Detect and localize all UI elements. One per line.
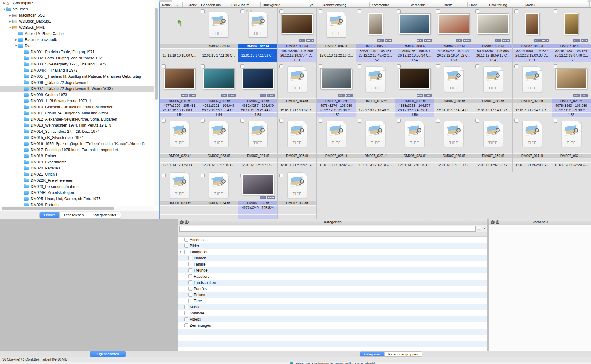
checkbox[interactable] [514, 9, 518, 13]
category-checkbox[interactable] [188, 287, 192, 291]
file-cell[interactable]: TIFFDM007_032.tif12.01.13 17:52:20 C... [552, 117, 591, 172]
file-cell[interactable]: ICCEXIFDM007_011.tif4977x3229 - 105.4812… [160, 62, 199, 117]
column-header-name[interactable]: Name▲ [160, 2, 183, 7]
disclosure-closed-icon[interactable]: ▶ [8, 18, 12, 24]
file-cell[interactable]: TIFFDM007_033.tif [160, 172, 199, 219]
file-cell[interactable]: TIFFDM007_024.tif12.01.13 17:14:48 C... [238, 117, 278, 172]
tree-item[interactable]: ▼Volumes [0, 6, 154, 12]
tree-item[interactable]: Apple TV Photo Cache [0, 31, 154, 37]
tree-item[interactable]: ▶Backups.backupdb [0, 37, 154, 43]
category-checkbox[interactable] [188, 299, 192, 303]
column-header-exif-datum[interactable]: EXIF-Datum [229, 2, 261, 7]
category-item[interactable]: Videos [178, 316, 487, 322]
tree-item[interactable]: ▶Macintosh SSD [0, 12, 154, 18]
category-item[interactable]: Reisen [178, 292, 487, 298]
checkbox[interactable] [358, 119, 361, 123]
tree-item[interactable]: DM011_Urlaub 74, Bulgarien, Mimi und Alf… [0, 110, 154, 116]
checkbox[interactable] [162, 64, 166, 68]
tree-item[interactable]: ▶⌂Arbeitsplatz [0, 0, 154, 6]
checkbox[interactable] [319, 9, 322, 13]
checkbox[interactable] [397, 9, 401, 13]
file-cell[interactable]: TIFFDM007_034.tif [199, 172, 238, 219]
filter-field[interactable] [172, 0, 588, 2]
file-cell[interactable]: TIFFDM007_019.tif12.01.13 17:14:10 C... [473, 62, 513, 117]
category-item[interactable]: ▼Fotografien [178, 249, 487, 255]
tree-item[interactable]: DM008_Gruiten 1973 [0, 92, 154, 98]
category-item[interactable]: Landschaften [178, 280, 487, 286]
checkbox[interactable] [240, 64, 244, 68]
category-checkbox[interactable] [184, 311, 188, 315]
file-cell[interactable]: ICCEXIFDM007_017.tif4883x3263 - 104.5772… [395, 62, 434, 117]
file-cell[interactable]: ICCEXIFDM007_021.tif4978x3263 - 106.9592… [552, 62, 591, 117]
file-cell[interactable]: TIFFDM007_001.tif12.01.13 17:11:26 C... [199, 8, 238, 62]
category-item[interactable]: Haustiere [178, 273, 487, 280]
disclosure-open-icon[interactable]: ▼ [2, 6, 6, 12]
checkbox[interactable] [319, 119, 322, 123]
tree-item[interactable]: DM013_Weihnachten 1974, Film Perutz 19 D… [0, 122, 154, 128]
category-checkbox[interactable] [184, 305, 188, 309]
tree-item[interactable]: DM009_1. Rhönwanderung 1973_1 [0, 98, 154, 104]
tree-item[interactable]: DM015_oB_Silvesterfeier 1974 [0, 135, 154, 141]
file-cell[interactable]: ICCEXIFDM007_013.tif4989x3257 - 106.6392… [238, 62, 278, 117]
category-checkbox[interactable] [184, 250, 188, 254]
category-checkbox[interactable] [188, 262, 192, 266]
category-item[interactable]: Zeichnungen [178, 322, 487, 329]
column-header-druckgr-e[interactable]: Druckgröße [261, 2, 306, 7]
checkbox[interactable] [397, 64, 401, 68]
checkbox[interactable] [514, 119, 518, 123]
category-checkbox[interactable] [188, 293, 192, 297]
tree-item[interactable]: ▼Dias [0, 43, 154, 49]
category-checkbox[interactable] [184, 323, 188, 327]
file-cell[interactable]: TIFFDM007_023.tif12.01.13 17:14:40 C... [199, 117, 238, 172]
column-header-verh-ltnis[interactable]: Verhältnis [409, 2, 442, 7]
checkbox[interactable] [358, 9, 361, 13]
checkbox[interactable] [554, 9, 557, 13]
disclosure-closed-icon[interactable]: ▶ [14, 37, 18, 43]
file-cell[interactable]: ICCEXIFDM007_006.tif4989x3235 - 105.9272… [395, 8, 434, 62]
tree-item[interactable]: DM021_Ulrich I [0, 171, 154, 177]
category-item[interactable]: Bilder [178, 243, 487, 249]
tab-eigenschaften[interactable]: Eigenschaften [90, 351, 126, 357]
file-cell[interactable]: ICCEXIFDM007_035.tif4977x3240 - 105.824 [238, 172, 278, 219]
checkbox[interactable] [554, 119, 557, 123]
file-cell[interactable]: TIFFDM007_028.tif12.01.13 17:15:16 C... [395, 117, 434, 172]
column-header-typ[interactable]: Typ [306, 2, 321, 7]
checkbox[interactable] [475, 64, 479, 68]
close-icon[interactable]: × [180, 220, 184, 224]
category-more-button[interactable]: … [477, 227, 481, 231]
file-cell[interactable]: ICCEXIFDM007_009.tif3279x4950 - 106.5272… [513, 8, 552, 62]
tree-item[interactable]: DM025_Haus, Hof, Garten, ab Feb. 1975 [0, 196, 154, 202]
tree-item[interactable]: DM005T_Thailand III, Ausflug mit Patrici… [0, 73, 154, 80]
column-header-gr-e[interactable]: Größe [183, 2, 199, 7]
tree-item[interactable]: DM020_Patricia I [0, 165, 154, 171]
tree-item[interactable]: DM024R_Arbeitskollegen [0, 190, 154, 196]
category-checkbox[interactable] [184, 238, 188, 242]
tree-item[interactable]: DM012_Alexander-Newski-Kirche, Sofia, Bu… [0, 116, 154, 122]
tree-item[interactable]: DM003_Silvesterparty 1971, Thailand I 19… [0, 61, 154, 67]
tree-item[interactable]: DM022R_Preh-Feiereien [0, 177, 154, 184]
checkbox[interactable] [554, 64, 557, 68]
tab-lesezeichen[interactable]: Lesezeichen [60, 212, 88, 218]
file-cell[interactable]: ICCEXIFDM007_005.tif3262x4949 - 105.9512… [356, 8, 395, 62]
category-search-input[interactable] [179, 226, 476, 232]
file-cell[interactable]: TIFFDM007_031.tif12.01.13 17:52:08 C... [513, 117, 552, 172]
tree-item[interactable]: ▼WDBook_MM1 [0, 24, 154, 31]
checkbox[interactable] [162, 174, 166, 177]
category-checkbox[interactable] [188, 274, 192, 278]
disclosure-open-icon[interactable]: ▼ [179, 249, 182, 255]
category-item[interactable]: Porträts [178, 286, 487, 292]
tab-kategorienfilter[interactable]: Kategorienfilter [88, 212, 120, 218]
checkbox[interactable] [279, 174, 283, 177]
category-item[interactable]: Symbole [178, 310, 487, 316]
undock-icon[interactable]: ❏ [496, 220, 499, 224]
file-cell[interactable]: ICCEXIFDM007_008.tif5001x3257 - 106.8932… [473, 8, 513, 62]
file-cell[interactable]: ☆○TIFFDM007_002.tif12.01.13 17:11:32 C..… [238, 8, 278, 62]
disclosure-open-icon[interactable]: ▼ [8, 24, 12, 31]
column-header-h-he[interactable]: Höhe [468, 2, 487, 7]
tree-vertical-scrollbar[interactable] [154, 0, 159, 206]
tree-item[interactable]: DM007T_Urlaub 72 Jugoslawien II, Wien (A… [0, 86, 154, 92]
tree-item[interactable]: DM001_Patricias Taufe, Flugtag 1971 [0, 49, 154, 55]
tab-kategoriengruppen[interactable]: Kategoriengruppen [385, 352, 422, 356]
checkbox[interactable] [279, 9, 283, 13]
checkbox[interactable] [514, 64, 518, 68]
